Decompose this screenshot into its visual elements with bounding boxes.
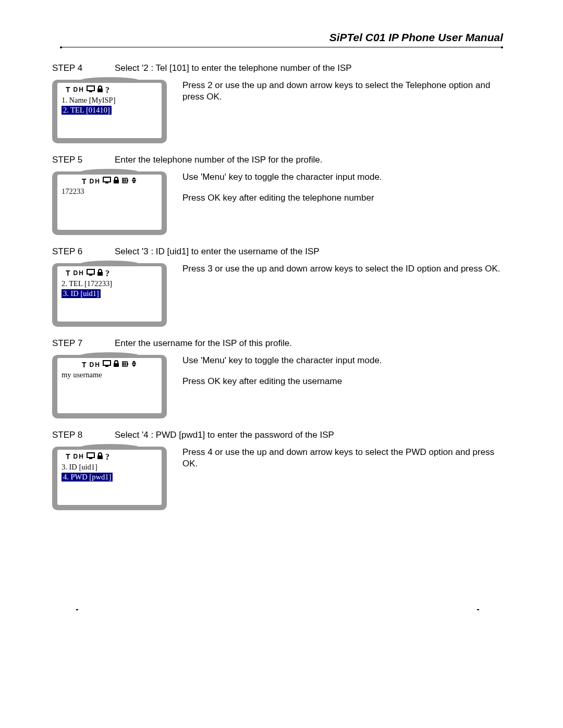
svg-rect-2 [97, 89, 103, 92]
battery-icon [121, 360, 129, 369]
step-head: STEP 6Select '3 : ID [uid1] to enter the… [52, 246, 503, 257]
phone-display: TDH?3. ID [uid1]4. PWD [pwd1] [52, 447, 167, 510]
lcd-status-bar: TDH? [60, 452, 158, 462]
step-5: STEP 5Enter the telephone number of the … [52, 155, 503, 235]
question-icon: ? [105, 268, 111, 278]
antenna-icon: T [66, 85, 71, 94]
signal-icon: DH [90, 178, 101, 185]
svg-rect-20 [125, 363, 126, 366]
monitor-icon [103, 177, 111, 186]
step-head: STEP 5Enter the telephone number of the … [52, 155, 503, 165]
footer-dash-right: - [476, 604, 480, 614]
svg-rect-15 [105, 366, 108, 367]
svg-rect-8 [123, 179, 124, 182]
svg-rect-4 [105, 182, 108, 183]
lcd-line-1: 3. ID [uid1] [62, 463, 158, 472]
step-body: TDH?3. ID [uid1]4. PWD [pwd1]Press 4 or … [52, 447, 503, 510]
description-column: Press 4 or use the up and down arrow key… [182, 447, 503, 479]
step-desc-line: Press OK key after editing the telephone… [182, 192, 503, 204]
svg-rect-21 [132, 363, 136, 364]
question-icon: ? [105, 85, 111, 95]
antenna-icon: T [66, 269, 71, 278]
antenna-icon: T [82, 361, 88, 369]
step-4: STEP 4Select '2 : Tel [101] to enter the… [52, 63, 503, 143]
steps-container: STEP 4Select '2 : Tel [101] to enter the… [52, 63, 503, 510]
svg-rect-5 [114, 180, 119, 183]
svg-rect-0 [87, 86, 94, 91]
step-desc-line: Use 'Menu' key to toggle the character i… [182, 171, 503, 183]
lcd-status-bar: TDH? [60, 268, 158, 278]
step-head: STEP 4Select '2 : Tel [101] to enter the… [52, 63, 503, 73]
svg-rect-16 [114, 363, 119, 367]
svg-rect-24 [97, 455, 103, 459]
lcd-line-1: 172233 [62, 187, 158, 196]
signal-icon: DH [74, 453, 84, 460]
monitor-icon [87, 452, 95, 462]
step-desc-line: Press OK key after editing the username [182, 376, 503, 387]
svg-rect-18 [127, 363, 128, 365]
device-column: TDH?2. TEL [172233]3. ID [uid1] [52, 263, 182, 327]
lcd-screen: TDH?3. ID [uid1]4. PWD [pwd1] [57, 450, 162, 505]
step-8: STEP 8Select '4 : PWD [pwd1] to enter th… [52, 430, 503, 510]
step-title: Enter the telephone number of the ISP fo… [115, 155, 503, 165]
page-header: SiPTel C01 IP Phone User Manual [52, 31, 503, 47]
phone-display: TDH172233 [52, 171, 167, 235]
svg-rect-19 [123, 363, 124, 366]
step-title: Select '2 : Tel [101] to enter the telep… [115, 63, 503, 73]
device-column: TDH?1. Name [MyISP]2. TEL [01410] [52, 80, 182, 143]
device-column: TDH172233 [52, 171, 182, 235]
phone-top [78, 77, 141, 81]
step-desc-line: Press 2 or use the up and down arrow key… [182, 80, 503, 103]
device-column: TDH?3. ID [uid1]4. PWD [pwd1] [52, 447, 182, 510]
signal-icon: DH [90, 361, 101, 368]
monitor-icon [103, 360, 111, 369]
lcd-line-1: my username [62, 371, 158, 379]
svg-rect-9 [125, 179, 126, 182]
description-column: Use 'Menu' key to toggle the character i… [182, 171, 503, 213]
phone-top [78, 169, 141, 173]
step-body: TDH?1. Name [MyISP]2. TEL [01410]Press 2… [52, 80, 503, 143]
lock-icon [113, 360, 119, 369]
step-title: Select '3 : ID [uid1] to enter the usern… [115, 246, 503, 257]
step-body: TDHmy usernameUse 'Menu' key to toggle t… [52, 355, 503, 418]
svg-rect-1 [89, 91, 92, 92]
step-label: STEP 4 [52, 63, 115, 73]
lcd-status-bar: TDH [60, 177, 158, 186]
description-column: Press 2 or use the up and down arrow key… [182, 80, 503, 112]
question-icon: ? [105, 452, 111, 462]
battery-icon [121, 177, 129, 186]
lock-icon [97, 85, 103, 95]
phone-display: TDH?2. TEL [172233]3. ID [uid1] [52, 263, 167, 327]
antenna-icon: T [66, 452, 71, 461]
step-label: STEP 6 [52, 246, 115, 257]
footer-dash-left: - [76, 604, 79, 614]
lcd-line-1: 2. TEL [172233] [62, 279, 158, 288]
description-column: Use 'Menu' key to toggle the character i… [182, 355, 503, 397]
lcd-highlight: 4. PWD [pwd1] [62, 473, 158, 482]
step-7: STEP 7Enter the username for the ISP of … [52, 338, 503, 418]
lcd-screen: TDH?1. Name [MyISP]2. TEL [01410] [57, 83, 162, 138]
svg-rect-7 [127, 180, 128, 182]
monitor-icon [87, 85, 95, 95]
step-label: STEP 7 [52, 338, 115, 349]
page-title: SiPTel C01 IP Phone User Manual [60, 31, 503, 44]
signal-icon: DH [74, 269, 84, 277]
step-label: STEP 8 [52, 430, 115, 440]
lcd-line-1: 1. Name [MyISP] [62, 96, 158, 105]
phone-top [78, 261, 141, 265]
lcd-screen: TDH172233 [57, 175, 162, 230]
signal-icon: DH [74, 86, 84, 93]
monitor-icon [87, 269, 95, 278]
antenna-icon: T [82, 177, 88, 186]
step-title: Select '4 : PWD [pwd1] to enter the pass… [115, 430, 503, 440]
svg-rect-22 [87, 453, 94, 458]
step-label: STEP 5 [52, 155, 115, 165]
svg-rect-3 [103, 177, 111, 182]
step-title: Enter the username for the ISP of this p… [115, 338, 503, 349]
phone-top [78, 444, 141, 448]
lock-icon [113, 177, 119, 186]
lcd-screen: TDHmy username [57, 358, 162, 413]
lock-icon [97, 452, 103, 462]
updown-icon [131, 177, 137, 186]
svg-rect-12 [89, 275, 92, 276]
